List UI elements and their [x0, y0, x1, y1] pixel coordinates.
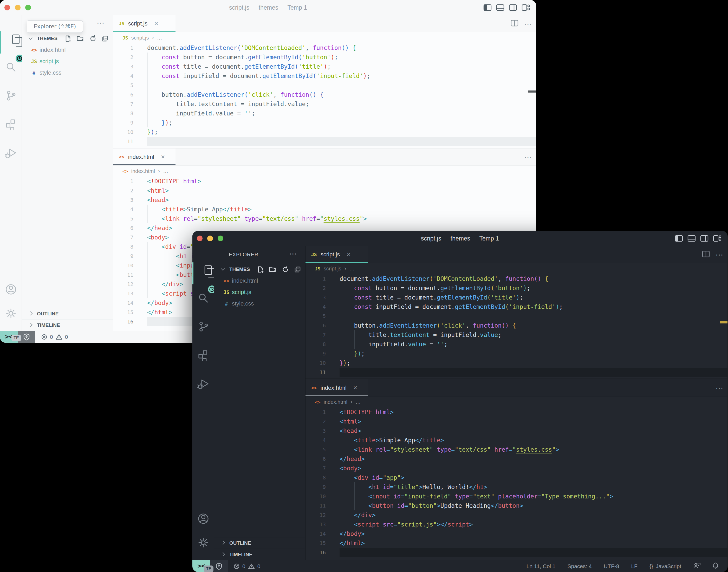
code-line[interactable]: 10});: [305, 358, 727, 368]
run-debug-icon[interactable]: [5, 147, 17, 160]
code-line[interactable]: 8 inputField.value = '';: [113, 109, 536, 118]
close-icon[interactable]: ×: [347, 251, 351, 259]
code-line[interactable]: 4 const inputField = document.getElement…: [113, 71, 536, 81]
code-line[interactable]: 3 const title = document.getElementById(…: [305, 293, 727, 302]
breadcrumb[interactable]: <> index.html › …: [123, 166, 168, 176]
code-line[interactable]: 5: [305, 311, 727, 321]
refresh-icon[interactable]: [282, 266, 289, 274]
code-line[interactable]: 4 <title>Simple App</title>: [113, 205, 536, 214]
language-mode-status[interactable]: {}JavaScript: [650, 563, 681, 569]
code-line[interactable]: 5 <link rel="stylesheet" type="text/css"…: [305, 445, 727, 454]
outline-section[interactable]: OUTLINE: [214, 537, 305, 549]
file-item-style-css[interactable]: # style.css: [214, 298, 305, 309]
window-titlebar[interactable]: script.js — themes — Temp 1: [0, 0, 536, 15]
code-editor-script-js[interactable]: 1document.addEventListener('DOMContentLo…: [305, 274, 727, 377]
collapse-all-icon[interactable]: [294, 266, 301, 274]
code-line[interactable]: 12 </div>: [305, 510, 727, 520]
toggle-panel-icon[interactable]: [496, 4, 504, 11]
bell-icon[interactable]: [712, 562, 719, 570]
source-control-icon[interactable]: [198, 321, 209, 333]
breadcrumb-symbol[interactable]: …: [355, 399, 361, 405]
new-file-icon[interactable]: [257, 266, 264, 274]
eol-status[interactable]: LF: [631, 563, 638, 569]
close-icon[interactable]: ×: [161, 153, 165, 161]
problems-status[interactable]: 0 0: [41, 331, 68, 343]
code-editor-script-js[interactable]: 1document.addEventListener('DOMContentLo…: [113, 43, 536, 146]
tab-script-js[interactable]: JS script.js ×: [305, 246, 368, 263]
code-line[interactable]: 3<head>: [305, 426, 727, 435]
close-icon[interactable]: ×: [353, 384, 357, 392]
code-line[interactable]: 5: [113, 81, 536, 90]
settings-gear-icon[interactable]: [5, 307, 17, 320]
toggle-panel-icon[interactable]: [687, 235, 696, 242]
code-line[interactable]: 4 <title>Simple App</title>: [305, 435, 727, 445]
code-line[interactable]: 7 title.textContent = inputField.value;: [305, 330, 727, 340]
code-line[interactable]: 7 title.textContent = inputField.value;: [113, 99, 536, 109]
toggle-primary-sidebar-icon[interactable]: [483, 4, 492, 11]
code-line[interactable]: 10 <input id="input-field" type="text" p…: [305, 492, 727, 501]
new-file-icon[interactable]: [65, 35, 72, 43]
code-line[interactable]: 2 const button = document.getElementById…: [305, 283, 727, 293]
timeline-section[interactable]: TIMELINE: [22, 319, 113, 331]
file-item-script-js[interactable]: JS script.js: [22, 56, 113, 67]
breadcrumb[interactable]: JS script.js › …: [315, 263, 355, 274]
code-line[interactable]: 1<!DOCTYPE html>: [113, 176, 536, 186]
timeline-section[interactable]: TIMELINE: [214, 549, 305, 560]
window-titlebar[interactable]: script.js — themes — Temp 1: [193, 231, 727, 246]
code-line[interactable]: 9 });: [305, 349, 727, 358]
breadcrumb-file[interactable]: index.html: [131, 168, 155, 174]
tab-index-html[interactable]: <> index.html ×: [113, 148, 175, 165]
refresh-icon[interactable]: [89, 35, 96, 43]
file-item-style-css[interactable]: # style.css: [22, 67, 113, 78]
close-icon[interactable]: ×: [154, 19, 158, 27]
code-line[interactable]: 11 <button id="button">Update Heading</b…: [305, 501, 727, 510]
code-line[interactable]: 2<html>: [113, 186, 536, 195]
tab-index-html[interactable]: <> index.html ×: [305, 379, 368, 396]
themes-section-header[interactable]: THEMES: [214, 264, 305, 275]
code-line[interactable]: 8 <div id="app">: [305, 473, 727, 482]
breadcrumb-symbol[interactable]: …: [157, 35, 162, 41]
code-line[interactable]: 11: [113, 137, 536, 146]
code-line[interactable]: 7<body>: [305, 463, 727, 473]
editor-more-icon[interactable]: ⋯: [716, 250, 724, 259]
outline-section[interactable]: OUTLINE: [22, 308, 113, 319]
breadcrumb-file[interactable]: script.js: [324, 266, 341, 272]
themes-section-header[interactable]: THEMES: [22, 33, 113, 44]
code-line[interactable]: 13 <script src="script.js"></script>: [305, 520, 727, 529]
explorer-icon[interactable]: [203, 276, 216, 281]
tab-script-js[interactable]: JS script.js ×: [113, 15, 175, 32]
code-line[interactable]: 15</html>: [305, 539, 727, 548]
code-line[interactable]: 1document.addEventListener('DOMContentLo…: [113, 43, 536, 53]
search-icon[interactable]: [5, 61, 17, 74]
cursor-position-status[interactable]: Ln 11, Col 1: [526, 563, 556, 569]
explorer-icon[interactable]: [11, 45, 23, 50]
code-line[interactable]: 2<html>: [305, 417, 727, 426]
code-editor-index-html[interactable]: 1<!DOCTYPE html>2<html>3<head>4 <title>S…: [305, 408, 727, 557]
code-line[interactable]: 11: [305, 368, 727, 377]
breadcrumb-file[interactable]: index.html: [324, 399, 347, 405]
breadcrumb[interactable]: <> index.html › …: [315, 397, 361, 408]
code-line[interactable]: 4 const inputField = document.getElement…: [305, 302, 727, 311]
indentation-status[interactable]: Spaces: 4: [568, 563, 592, 569]
source-control-icon[interactable]: [5, 90, 17, 102]
code-line[interactable]: 16: [305, 548, 727, 557]
file-item-script-js[interactable]: JS script.js: [214, 287, 305, 298]
editor-more-icon[interactable]: ⋯: [716, 383, 724, 392]
code-line[interactable]: 8 inputField.value = '';: [305, 340, 727, 349]
toggle-secondary-sidebar-icon[interactable]: [509, 4, 517, 11]
split-editor-icon[interactable]: [702, 251, 710, 259]
breadcrumb-symbol[interactable]: …: [163, 168, 168, 174]
collapse-all-icon[interactable]: [102, 35, 109, 43]
sidebar-more-icon[interactable]: ⋯: [289, 246, 297, 263]
new-folder-icon[interactable]: [77, 35, 84, 43]
feedback-icon[interactable]: [693, 562, 701, 570]
file-item-index-html[interactable]: <> index.html: [214, 275, 305, 287]
code-line[interactable]: 10});: [113, 127, 536, 137]
code-line[interactable]: 6</head>: [305, 454, 727, 463]
settings-gear-icon[interactable]: [197, 537, 209, 550]
code-line[interactable]: 1document.addEventListener('DOMContentLo…: [305, 274, 727, 283]
extensions-icon[interactable]: [5, 119, 17, 131]
code-line[interactable]: 5 <link rel="stylesheet" type="text/css"…: [113, 214, 536, 223]
toggle-secondary-sidebar-icon[interactable]: [700, 235, 709, 242]
breadcrumb[interactable]: JS script.js › …: [123, 32, 162, 43]
